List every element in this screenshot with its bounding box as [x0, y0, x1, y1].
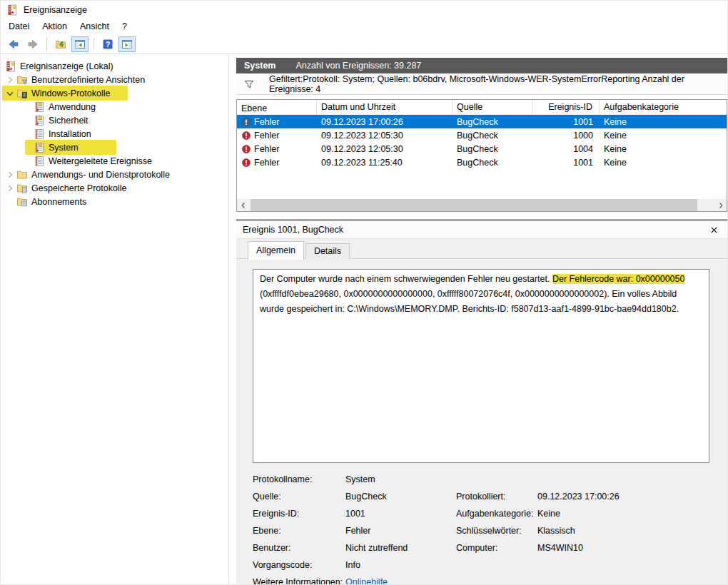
event-count: Anzahl von Ereignissen: 39.287 — [295, 61, 421, 71]
subscriptions-icon — [16, 196, 28, 208]
tree-item-sicherheit[interactable]: Sicherheit — [1, 113, 228, 127]
chevron-collapsed-icon[interactable] — [4, 74, 16, 86]
tree-item-anwendung[interactable]: Anwendung — [1, 100, 228, 113]
table-row[interactable]: Fehler 09.12.2023 17:00:26 BugCheck 1001… — [237, 115, 727, 128]
action-pane-icon — [121, 39, 133, 50]
field-label: Protokollname: — [253, 474, 345, 484]
cell-event-id: 1001 — [532, 158, 600, 168]
console-tree-toggle-button[interactable] — [71, 36, 89, 52]
tree-item-label: Anwendungs- und Dienstprotokolle — [31, 170, 170, 180]
forward-button[interactable] — [24, 36, 41, 52]
field-value: 09.12.2023 17:00:26 — [537, 492, 709, 502]
field-label: Benutzer: — [253, 543, 345, 553]
event-message-box[interactable]: Der Computer wurde nach einem schwerwieg… — [253, 269, 709, 463]
error-icon — [241, 158, 251, 168]
tree-item-ereignisanzeige-lokal[interactable]: Ereignisanzeige (Lokal) — [1, 59, 228, 73]
cell-category: Keine — [600, 158, 727, 168]
log-icon — [34, 115, 45, 126]
column-header-aufgabenkategorie[interactable]: Aufgabenkategorie — [600, 100, 727, 114]
field-label: Vorgangscode: — [253, 560, 345, 570]
chevron-collapsed-icon[interactable] — [4, 169, 16, 180]
back-icon — [8, 39, 19, 50]
field-value: Keine — [537, 509, 709, 519]
cell-level: Fehler — [254, 144, 279, 154]
detail-title: Ereignis 1001, BugCheck — [243, 225, 343, 235]
cell-level: Fehler — [254, 158, 279, 168]
toolbar — [1, 34, 727, 54]
folder-icon — [16, 169, 28, 180]
close-icon[interactable] — [709, 225, 719, 235]
tree-item-label: Anwendung — [49, 102, 96, 112]
field-label: Ebene: — [253, 526, 345, 536]
filter-funnel-icon — [243, 78, 255, 90]
tree-item-windows-protokolle[interactable]: Windows-Protokolle — [1, 86, 228, 100]
event-table: Ebene Datum und Uhrzeit Quelle Ereignis-… — [236, 99, 727, 212]
cell-event-id: 1000 — [532, 131, 600, 141]
field-value: Fehler — [345, 526, 456, 536]
cell-source: BugCheck — [453, 158, 532, 168]
tree-item-label: Sicherheit — [49, 116, 89, 126]
console-tree: Ereignisanzeige (Lokal) Benutzerdefinier… — [1, 55, 229, 584]
cell-datetime: 09.12.2023 17:00:26 — [317, 117, 453, 127]
open-saved-log-button[interactable] — [52, 36, 69, 52]
menu-ansicht[interactable]: Ansicht — [74, 20, 116, 33]
menu-hilfe[interactable]: ? — [116, 20, 133, 33]
event-message-text: Der Computer wurde nach einem schwerwieg… — [260, 274, 552, 284]
cell-source: BugCheck — [453, 117, 532, 127]
tree-item-system[interactable]: System — [1, 141, 228, 154]
windows-logs-folder-icon — [16, 88, 28, 99]
table-row[interactable]: Fehler 09.12.2023 12:05:30 BugCheck 1000… — [237, 128, 727, 142]
cell-category: Keine — [600, 131, 727, 141]
tree-item-label: Gespeicherte Protokolle — [31, 183, 126, 193]
tree-item-weitergeleitete-ereignisse[interactable]: Weitergeleitete Ereignisse — [1, 154, 228, 168]
error-icon — [241, 144, 251, 154]
horizontal-scrollbar[interactable] — [237, 199, 727, 211]
table-header: Ebene Datum und Uhrzeit Quelle Ereignis-… — [237, 100, 727, 115]
scroll-right-icon[interactable] — [714, 199, 727, 211]
field-label: Computer: — [456, 543, 537, 553]
cell-source: BugCheck — [453, 131, 532, 141]
tree-item-benutzerdefinierte-ansichten[interactable]: Benutzerdefinierte Ansichten — [1, 73, 228, 86]
field-value: System — [345, 474, 456, 484]
chevron-collapsed-icon[interactable] — [4, 183, 16, 194]
column-header-ereignis-id[interactable]: Ereignis-ID — [532, 100, 600, 114]
field-label: Quelle: — [253, 492, 345, 502]
error-icon — [241, 131, 251, 141]
tree-item-installation[interactable]: Installation — [1, 127, 228, 141]
table-row[interactable]: Fehler 09.12.2023 12:05:30 BugCheck 1004… — [237, 142, 727, 156]
cell-source: BugCheck — [453, 144, 532, 154]
menu-aktion[interactable]: Aktion — [36, 20, 74, 33]
column-header-ebene[interactable]: Ebene — [237, 100, 317, 114]
tree-item-label: Weitergeleitete Ereignisse — [49, 156, 152, 166]
back-button[interactable] — [5, 36, 22, 52]
chevron-spacer — [4, 196, 16, 208]
log-icon — [34, 156, 45, 167]
field-label: Protokolliert: — [456, 492, 537, 502]
chevron-expanded-icon[interactable] — [4, 88, 16, 99]
scrollbar-track[interactable] — [249, 199, 714, 211]
scrollbar-thumb[interactable] — [251, 199, 697, 211]
menu-bar: Datei Aktion Ansicht ? — [1, 19, 727, 34]
tree-item-label: System — [49, 143, 79, 153]
event-properties: Protokollname: System Quelle: BugCheck P… — [253, 474, 709, 585]
tree-item-abonnements[interactable]: Abonnements — [1, 195, 228, 208]
menu-datei[interactable]: Datei — [2, 20, 36, 33]
online-help-link[interactable]: Onlinehilfe — [345, 577, 388, 585]
tree-item-gespeicherte-protokolle[interactable]: Gespeicherte Protokolle — [1, 181, 228, 195]
column-header-quelle[interactable]: Quelle — [453, 100, 532, 114]
field-label: Aufgabenkategorie: — [456, 509, 537, 519]
field-value: Klassisch — [537, 526, 709, 536]
action-pane-toggle-button[interactable] — [118, 36, 136, 52]
scroll-left-icon[interactable] — [237, 199, 249, 211]
tree-item-anwendungs-und-dienstprotokolle[interactable]: Anwendungs- und Dienstprotokolle — [1, 168, 228, 181]
column-header-datum[interactable]: Datum und Uhrzeit — [317, 100, 453, 114]
title-bar: Ereignisanzeige — [1, 1, 727, 19]
help-button[interactable] — [99, 36, 116, 52]
cell-level: Fehler — [254, 131, 279, 141]
tab-allgemein[interactable]: Allgemein — [248, 241, 304, 260]
tab-details[interactable]: Details — [305, 243, 350, 259]
event-message-highlight: Der Fehlercode war: 0x00000050 — [552, 274, 685, 284]
tree-item-label: Ereignisanzeige (Lokal) — [20, 61, 113, 71]
field-value: 1001 — [345, 509, 456, 519]
table-row[interactable]: Fehler 09.12.2023 11:25:40 BugCheck 1001… — [237, 156, 727, 169]
